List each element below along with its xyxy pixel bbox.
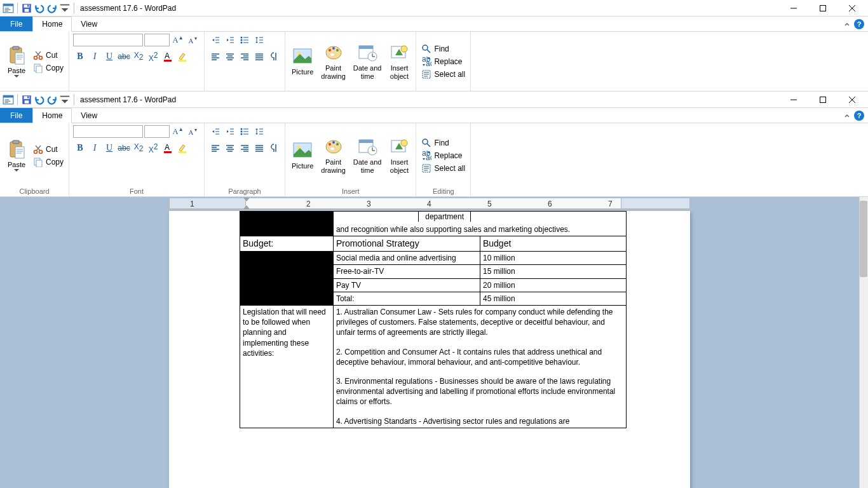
strikethrough-button[interactable]: abc xyxy=(117,141,131,155)
cut-button[interactable]: Cut xyxy=(32,50,65,61)
align-left-button[interactable] xyxy=(208,50,222,64)
document-page[interactable]: xxxxxxxxxxxxxxxxxxxxx department and rec… xyxy=(169,211,690,488)
save-icon[interactable] xyxy=(21,3,32,14)
find-button[interactable]: Find xyxy=(420,137,466,149)
increase-indent-button[interactable] xyxy=(223,125,237,139)
paragraph-dialog-button[interactable] xyxy=(267,50,281,64)
font-size-select[interactable] xyxy=(144,34,170,46)
underline-button[interactable]: U xyxy=(102,141,116,155)
picture-button[interactable]: Picture xyxy=(289,45,316,77)
align-left-button[interactable] xyxy=(208,141,222,155)
font-color-button[interactable]: A xyxy=(161,50,175,64)
align-right-button[interactable] xyxy=(238,141,252,155)
font-family-select[interactable] xyxy=(73,34,143,46)
replace-button[interactable]: abacReplace xyxy=(420,150,466,161)
scroll-thumb[interactable] xyxy=(860,201,867,277)
tab-view[interactable]: View xyxy=(72,17,106,31)
save-icon[interactable] xyxy=(21,94,32,105)
line-spacing-button[interactable] xyxy=(252,33,266,47)
subscript-button[interactable]: X2 xyxy=(132,50,146,64)
help-icon[interactable]: ? xyxy=(854,19,864,29)
insert-object-button[interactable]: Insert object xyxy=(386,135,412,175)
collapse-ribbon-icon[interactable] xyxy=(844,112,850,119)
help-icon[interactable]: ? xyxy=(854,111,864,121)
bold-button[interactable]: B xyxy=(73,50,87,64)
align-center-button[interactable] xyxy=(223,141,237,155)
decrease-indent-button[interactable] xyxy=(208,33,222,47)
paste-button[interactable]: Paste xyxy=(4,44,29,78)
svg-text:ac: ac xyxy=(426,59,431,67)
increase-indent-button[interactable] xyxy=(223,33,237,47)
copy-button[interactable]: Copy xyxy=(32,62,65,74)
close-button[interactable] xyxy=(837,0,867,17)
highlight-button[interactable] xyxy=(175,50,189,64)
svg-line-77 xyxy=(427,50,430,53)
replace-button[interactable]: abac Replace xyxy=(420,56,466,67)
shrink-font-button[interactable]: A▼ xyxy=(186,33,200,47)
select-all-button[interactable]: Select all xyxy=(420,69,466,80)
qat-dropdown-icon[interactable] xyxy=(59,94,71,105)
superscript-button[interactable]: X2 xyxy=(146,50,160,64)
decrease-indent-button[interactable] xyxy=(208,125,222,139)
shrink-font-button[interactable]: A▼ xyxy=(186,125,200,139)
italic-button[interactable]: I xyxy=(88,141,102,155)
legislation-content: 1. Australian Consumer Law - Sets rules … xyxy=(333,306,626,428)
maximize-button[interactable] xyxy=(808,92,837,108)
tab-home[interactable]: Home xyxy=(32,17,72,32)
bullet-list-button[interactable] xyxy=(238,125,252,139)
justify-button[interactable] xyxy=(252,141,266,155)
horizontal-ruler[interactable]: 1 2 3 4 5 6 7 xyxy=(0,197,859,211)
paragraph-dialog-button[interactable] xyxy=(267,141,281,155)
superscript-button[interactable]: X2 xyxy=(146,141,160,155)
highlight-button[interactable] xyxy=(175,141,189,155)
grow-font-button[interactable]: A▲ xyxy=(171,125,185,139)
italic-button[interactable]: I xyxy=(88,50,102,64)
redo-icon[interactable] xyxy=(46,94,58,105)
vertical-scrollbar[interactable] xyxy=(859,197,868,488)
undo-icon[interactable] xyxy=(34,94,45,105)
select-all-button[interactable]: Select all xyxy=(420,163,466,174)
qat-dropdown-icon[interactable] xyxy=(59,3,71,14)
paint-drawing-button[interactable]: Paint drawing xyxy=(318,41,348,81)
collapse-ribbon-icon[interactable] xyxy=(844,21,850,27)
close-button[interactable] xyxy=(837,92,867,108)
font-size-select[interactable] xyxy=(144,125,170,138)
align-center-button[interactable] xyxy=(223,50,237,64)
tab-file[interactable]: File xyxy=(0,108,32,123)
line-spacing-button[interactable] xyxy=(252,125,266,139)
subscript-button[interactable]: X2 xyxy=(132,141,146,155)
strikethrough-button[interactable]: abc xyxy=(117,50,131,64)
tab-view[interactable]: View xyxy=(72,108,106,123)
minimize-button[interactable] xyxy=(779,0,808,17)
underline-button[interactable]: U xyxy=(102,50,116,64)
copy-button[interactable]: Copy xyxy=(32,156,65,168)
minimize-button[interactable] xyxy=(779,92,808,108)
maximize-button[interactable] xyxy=(808,0,837,17)
group-label-insert: Insert xyxy=(289,186,412,195)
insert-object-button[interactable]: Insert object xyxy=(386,41,412,81)
ribbon-2: Paste Cut Copy Clipboard A▲ A▼ B I U abc xyxy=(0,123,868,197)
bold-button[interactable]: B xyxy=(73,141,87,155)
picture-button[interactable]: Picture xyxy=(289,139,316,171)
svg-point-66 xyxy=(336,49,339,51)
grow-font-button[interactable]: A▲ xyxy=(171,33,185,47)
paste-button[interactable]: Paste xyxy=(4,138,29,172)
tab-home[interactable]: Home xyxy=(32,108,72,123)
date-time-button[interactable]: Date and time xyxy=(351,41,384,81)
font-family-select[interactable] xyxy=(73,125,143,138)
budget-cell: 45 million xyxy=(480,292,626,305)
tab-file[interactable]: File xyxy=(0,17,32,31)
bullet-list-button[interactable] xyxy=(238,33,252,47)
redo-icon[interactable] xyxy=(46,3,58,14)
paint-drawing-button[interactable]: Paint drawing xyxy=(318,135,348,175)
date-time-button[interactable]: Date and time xyxy=(351,135,384,175)
find-button[interactable]: Find xyxy=(420,43,466,55)
align-right-button[interactable] xyxy=(238,50,252,64)
justify-button[interactable] xyxy=(252,50,266,64)
document-table: xxxxxxxxxxxxxxxxxxxxx department and rec… xyxy=(240,211,627,428)
cut-button[interactable]: Cut xyxy=(32,144,65,155)
table-row: Budget: Promotional Strategy Budget xyxy=(240,236,627,252)
undo-icon[interactable] xyxy=(34,3,45,14)
font-color-button[interactable]: A xyxy=(161,141,175,155)
datetime-label: Date and time xyxy=(353,64,382,79)
